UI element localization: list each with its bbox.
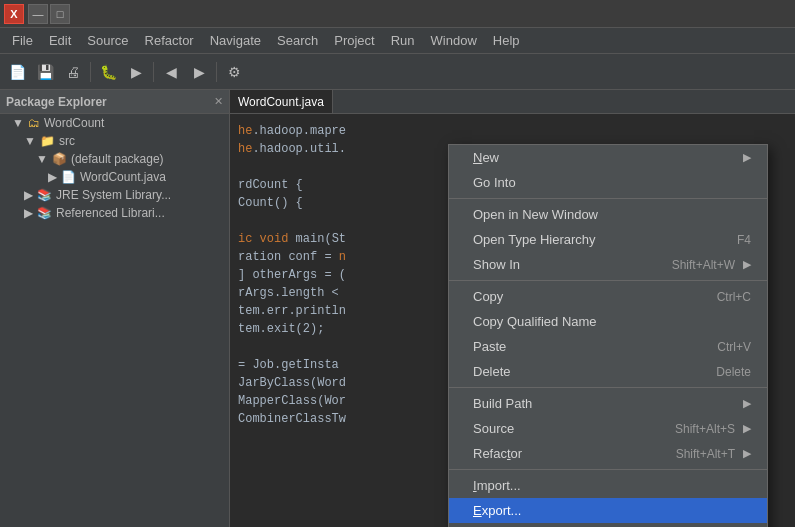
ctx-item-refactor[interactable]: Refactor Shift+Alt+T ▶ xyxy=(449,441,767,466)
ctx-label-refactor: Refactor xyxy=(473,446,660,461)
ctx-item-show-in[interactable]: Show In Shift+Alt+W ▶ xyxy=(449,252,767,277)
ctx-arrow-build-path: ▶ xyxy=(743,397,751,410)
lib-icon: 📚 xyxy=(37,188,52,202)
tree-expand-icon: ▶ xyxy=(24,206,33,220)
ref-lib-icon: 📚 xyxy=(37,206,52,220)
context-menu-overlay: New ▶ Go Into Open in New Window Open Ty… xyxy=(230,90,795,527)
panel-title: Package Explorer xyxy=(6,95,214,109)
ctx-arrow-new: ▶ xyxy=(743,151,751,164)
ctx-shortcut-paste: Ctrl+V xyxy=(717,340,751,354)
tree-expand-icon: ▼ xyxy=(12,116,24,130)
minimize-button[interactable]: — xyxy=(28,4,48,24)
ctx-label-go-into: Go Into xyxy=(473,175,751,190)
tree-item-jre[interactable]: ▶ 📚 JRE System Library... xyxy=(0,186,229,204)
context-menu: New ▶ Go Into Open in New Window Open Ty… xyxy=(448,144,768,527)
tree-item-wordcount-java[interactable]: ▶ 📄 WordCount.java xyxy=(0,168,229,186)
ctx-shortcut-open-type-hierarchy: F4 xyxy=(737,233,751,247)
ctx-label-copy: Copy xyxy=(473,289,701,304)
package-icon: 📦 xyxy=(52,152,67,166)
toolbar: 📄 💾 🖨 🐛 ▶ ◀ ▶ ⚙ xyxy=(0,54,795,90)
menu-help[interactable]: Help xyxy=(485,28,528,53)
tree-label: WordCount.java xyxy=(80,170,166,184)
ctx-item-import[interactable]: Import... xyxy=(449,473,767,498)
menu-source[interactable]: Source xyxy=(79,28,136,53)
toolbar-sep-1 xyxy=(90,62,91,82)
ctx-sep-2 xyxy=(449,280,767,281)
ctx-label-delete: Delete xyxy=(473,364,700,379)
ctx-item-new[interactable]: New ▶ xyxy=(449,145,767,170)
menu-bar: File Edit Source Refactor Navigate Searc… xyxy=(0,28,795,54)
ctx-label-build-path: Build Path xyxy=(473,396,735,411)
toolbar-print-btn[interactable]: 🖨 xyxy=(60,59,86,85)
tree-expand-icon: ▼ xyxy=(36,152,48,166)
ctx-shortcut-source: Shift+Alt+S xyxy=(675,422,735,436)
tree-item-wordcount[interactable]: ▼ 🗂 WordCount xyxy=(0,114,229,132)
menu-navigate[interactable]: Navigate xyxy=(202,28,269,53)
tree-item-src[interactable]: ▼ 📁 src xyxy=(0,132,229,150)
toolbar-run-btn[interactable]: ▶ xyxy=(123,59,149,85)
ctx-item-build-path[interactable]: Build Path ▶ xyxy=(449,391,767,416)
ctx-item-copy[interactable]: Copy Ctrl+C xyxy=(449,284,767,309)
tree-label: src xyxy=(59,134,75,148)
project-icon: 🗂 xyxy=(28,116,40,130)
ctx-label-new: New xyxy=(473,150,735,165)
tree-expand-icon: ▼ xyxy=(24,134,36,148)
ctx-label-paste: Paste xyxy=(473,339,701,354)
ctx-item-open-type-hierarchy[interactable]: Open Type Hierarchy F4 xyxy=(449,227,767,252)
java-file-icon: 📄 xyxy=(61,170,76,184)
ctx-item-source[interactable]: Source Shift+Alt+S ▶ xyxy=(449,416,767,441)
menu-run[interactable]: Run xyxy=(383,28,423,53)
ctx-item-export[interactable]: Export... xyxy=(449,498,767,523)
toolbar-debug-btn[interactable]: 🐛 xyxy=(95,59,121,85)
title-bar: X — □ xyxy=(0,0,795,28)
ctx-label-open-new-window: Open in New Window xyxy=(473,207,751,222)
ctx-sep-4 xyxy=(449,469,767,470)
ctx-sep-1 xyxy=(449,198,767,199)
tree-item-ref-lib[interactable]: ▶ 📚 Referenced Librari... xyxy=(0,204,229,222)
ctx-label-export: Export... xyxy=(473,503,751,518)
ctx-arrow-refactor: ▶ xyxy=(743,447,751,460)
menu-window[interactable]: Window xyxy=(423,28,485,53)
ctx-shortcut-copy: Ctrl+C xyxy=(717,290,751,304)
ctx-arrow-show-in: ▶ xyxy=(743,258,751,271)
ctx-sep-3 xyxy=(449,387,767,388)
ctx-item-go-into[interactable]: Go Into xyxy=(449,170,767,195)
menu-project[interactable]: Project xyxy=(326,28,382,53)
tree-expand-icon: ▶ xyxy=(24,188,33,202)
toolbar-back-btn[interactable]: ◀ xyxy=(158,59,184,85)
tree-expand-icon: ▶ xyxy=(48,170,57,184)
ctx-shortcut-refactor: Shift+Alt+T xyxy=(676,447,735,461)
ctx-label-open-type-hierarchy: Open Type Hierarchy xyxy=(473,232,721,247)
close-button[interactable]: X xyxy=(4,4,24,24)
ctx-label-show-in: Show In xyxy=(473,257,656,272)
left-panel: Package Explorer ✕ ▼ 🗂 WordCount ▼ 📁 src… xyxy=(0,90,230,527)
ctx-item-open-new-window[interactable]: Open in New Window xyxy=(449,202,767,227)
ctx-item-copy-qualified-name[interactable]: Copy Qualified Name xyxy=(449,309,767,334)
tree-label: WordCount xyxy=(44,116,104,130)
toolbar-new-btn[interactable]: 📄 xyxy=(4,59,30,85)
panel-close-btn[interactable]: ✕ xyxy=(214,95,223,108)
ctx-item-delete[interactable]: Delete Delete xyxy=(449,359,767,384)
right-panel: WordCount.java he.hadoop.mapre he.hadoop… xyxy=(230,90,795,527)
menu-refactor[interactable]: Refactor xyxy=(137,28,202,53)
tree-label: JRE System Library... xyxy=(56,188,171,202)
maximize-button[interactable]: □ xyxy=(50,4,70,24)
ctx-label-import: Import... xyxy=(473,478,751,493)
ctx-shortcut-delete: Delete xyxy=(716,365,751,379)
ctx-item-refresh[interactable]: Refresh F5 xyxy=(449,523,767,527)
ctx-item-paste[interactable]: Paste Ctrl+V xyxy=(449,334,767,359)
menu-edit[interactable]: Edit xyxy=(41,28,79,53)
ctx-shortcut-show-in: Shift+Alt+W xyxy=(672,258,735,272)
toolbar-fwd-btn[interactable]: ▶ xyxy=(186,59,212,85)
tree-label: (default package) xyxy=(71,152,164,166)
menu-file[interactable]: File xyxy=(4,28,41,53)
toolbar-settings-btn[interactable]: ⚙ xyxy=(221,59,247,85)
tree-item-default-package[interactable]: ▼ 📦 (default package) xyxy=(0,150,229,168)
toolbar-sep-2 xyxy=(153,62,154,82)
panel-header: Package Explorer ✕ xyxy=(0,90,229,114)
menu-search[interactable]: Search xyxy=(269,28,326,53)
folder-icon: 📁 xyxy=(40,134,55,148)
toolbar-save-btn[interactable]: 💾 xyxy=(32,59,58,85)
ctx-label-source: Source xyxy=(473,421,659,436)
ctx-arrow-source: ▶ xyxy=(743,422,751,435)
